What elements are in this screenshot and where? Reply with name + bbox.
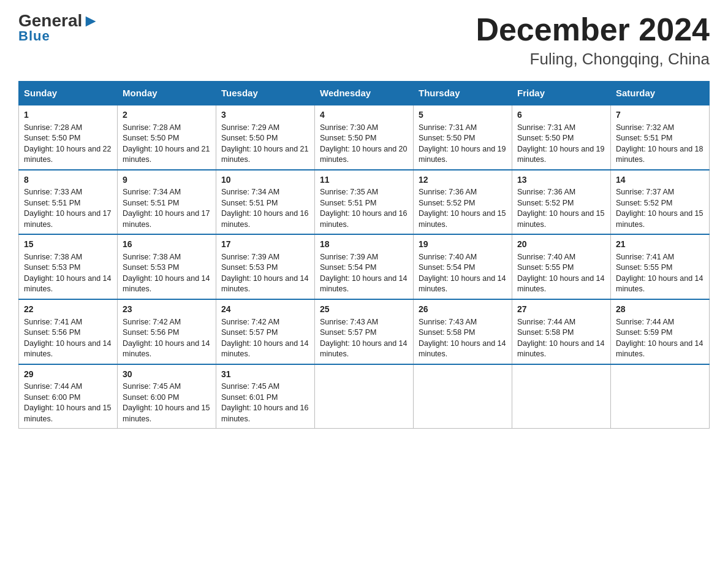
day-number: 8 xyxy=(24,174,112,186)
calendar-week-row: 29Sunrise: 7:44 AMSunset: 6:00 PMDayligh… xyxy=(19,364,710,429)
calendar-cell: 13Sunrise: 7:36 AMSunset: 5:52 PMDayligh… xyxy=(512,170,611,235)
day-info: Sunrise: 7:44 AMSunset: 5:59 PMDaylight:… xyxy=(616,317,704,360)
day-number: 7 xyxy=(616,109,704,121)
calendar-cell: 27Sunrise: 7:44 AMSunset: 5:58 PMDayligh… xyxy=(512,299,611,364)
calendar-cell: 31Sunrise: 7:45 AMSunset: 6:01 PMDayligh… xyxy=(216,364,315,429)
day-info: Sunrise: 7:36 AMSunset: 5:52 PMDaylight:… xyxy=(419,187,507,230)
header-tuesday: Tuesday xyxy=(216,82,315,105)
day-number: 11 xyxy=(320,174,408,186)
day-number: 5 xyxy=(419,109,507,121)
calendar-cell: 20Sunrise: 7:40 AMSunset: 5:55 PMDayligh… xyxy=(512,234,611,299)
day-info: Sunrise: 7:43 AMSunset: 5:58 PMDaylight:… xyxy=(419,317,507,360)
day-number: 10 xyxy=(221,174,309,186)
calendar-cell: 5Sunrise: 7:31 AMSunset: 5:50 PMDaylight… xyxy=(414,105,512,170)
calendar-cell xyxy=(414,364,512,429)
day-info: Sunrise: 7:29 AMSunset: 5:50 PMDaylight:… xyxy=(221,123,309,166)
day-number: 3 xyxy=(221,109,309,121)
calendar-cell: 3Sunrise: 7:29 AMSunset: 5:50 PMDaylight… xyxy=(216,105,315,170)
calendar-cell: 28Sunrise: 7:44 AMSunset: 5:59 PMDayligh… xyxy=(611,299,710,364)
calendar-cell: 26Sunrise: 7:43 AMSunset: 5:58 PMDayligh… xyxy=(414,299,512,364)
day-number: 30 xyxy=(123,369,211,381)
calendar-cell: 25Sunrise: 7:43 AMSunset: 5:57 PMDayligh… xyxy=(315,299,414,364)
day-info: Sunrise: 7:39 AMSunset: 5:54 PMDaylight:… xyxy=(320,252,408,295)
day-info: Sunrise: 7:41 AMSunset: 5:56 PMDaylight:… xyxy=(24,317,112,360)
calendar-cell: 23Sunrise: 7:42 AMSunset: 5:56 PMDayligh… xyxy=(118,299,216,364)
logo-triangle-icon: ► xyxy=(82,11,99,30)
day-info: Sunrise: 7:41 AMSunset: 5:55 PMDaylight:… xyxy=(616,252,704,295)
logo-blue-text: Blue xyxy=(18,28,50,44)
calendar-cell xyxy=(512,364,611,429)
calendar-cell: 7Sunrise: 7:32 AMSunset: 5:51 PMDaylight… xyxy=(611,105,710,170)
day-number: 6 xyxy=(517,109,605,121)
calendar-cell: 14Sunrise: 7:37 AMSunset: 5:52 PMDayligh… xyxy=(611,170,710,235)
header-saturday: Saturday xyxy=(611,82,710,105)
day-info: Sunrise: 7:30 AMSunset: 5:50 PMDaylight:… xyxy=(320,123,408,166)
day-info: Sunrise: 7:31 AMSunset: 5:50 PMDaylight:… xyxy=(419,123,507,166)
day-number: 16 xyxy=(123,239,211,251)
day-info: Sunrise: 7:45 AMSunset: 6:00 PMDaylight:… xyxy=(123,381,211,424)
day-info: Sunrise: 7:36 AMSunset: 5:52 PMDaylight:… xyxy=(517,187,605,230)
location-title: Fuling, Chongqing, China xyxy=(476,50,710,69)
calendar-cell: 19Sunrise: 7:40 AMSunset: 5:54 PMDayligh… xyxy=(414,234,512,299)
day-info: Sunrise: 7:44 AMSunset: 6:00 PMDaylight:… xyxy=(24,381,112,424)
calendar-cell: 1Sunrise: 7:28 AMSunset: 5:50 PMDaylight… xyxy=(19,105,118,170)
day-number: 19 xyxy=(419,239,507,251)
day-info: Sunrise: 7:40 AMSunset: 5:54 PMDaylight:… xyxy=(419,252,507,295)
day-number: 15 xyxy=(24,239,112,251)
day-info: Sunrise: 7:42 AMSunset: 5:56 PMDaylight:… xyxy=(123,317,211,360)
day-info: Sunrise: 7:35 AMSunset: 5:51 PMDaylight:… xyxy=(320,187,408,230)
day-info: Sunrise: 7:28 AMSunset: 5:50 PMDaylight:… xyxy=(24,123,112,166)
calendar-cell: 12Sunrise: 7:36 AMSunset: 5:52 PMDayligh… xyxy=(414,170,512,235)
calendar-week-row: 22Sunrise: 7:41 AMSunset: 5:56 PMDayligh… xyxy=(19,299,710,364)
day-info: Sunrise: 7:34 AMSunset: 5:51 PMDaylight:… xyxy=(221,187,309,230)
calendar-cell: 6Sunrise: 7:31 AMSunset: 5:50 PMDaylight… xyxy=(512,105,611,170)
day-info: Sunrise: 7:38 AMSunset: 5:53 PMDaylight:… xyxy=(123,252,211,295)
day-number: 2 xyxy=(123,109,211,121)
day-info: Sunrise: 7:45 AMSunset: 6:01 PMDaylight:… xyxy=(221,381,309,424)
day-info: Sunrise: 7:39 AMSunset: 5:53 PMDaylight:… xyxy=(221,252,309,295)
day-info: Sunrise: 7:38 AMSunset: 5:53 PMDaylight:… xyxy=(24,252,112,295)
calendar-cell: 30Sunrise: 7:45 AMSunset: 6:00 PMDayligh… xyxy=(118,364,216,429)
header-wednesday: Wednesday xyxy=(315,82,414,105)
title-block: December 2024 Fuling, Chongqing, China xyxy=(476,12,710,69)
day-info: Sunrise: 7:44 AMSunset: 5:58 PMDaylight:… xyxy=(517,317,605,360)
calendar-cell: 8Sunrise: 7:33 AMSunset: 5:51 PMDaylight… xyxy=(19,170,118,235)
day-info: Sunrise: 7:42 AMSunset: 5:57 PMDaylight:… xyxy=(221,317,309,360)
day-number: 12 xyxy=(419,174,507,186)
calendar-cell: 22Sunrise: 7:41 AMSunset: 5:56 PMDayligh… xyxy=(19,299,118,364)
header-monday: Monday xyxy=(118,82,216,105)
day-info: Sunrise: 7:34 AMSunset: 5:51 PMDaylight:… xyxy=(123,187,211,230)
day-number: 27 xyxy=(517,304,605,316)
calendar-week-row: 1Sunrise: 7:28 AMSunset: 5:50 PMDaylight… xyxy=(19,105,710,170)
day-number: 1 xyxy=(24,109,112,121)
day-info: Sunrise: 7:40 AMSunset: 5:55 PMDaylight:… xyxy=(517,252,605,295)
day-info: Sunrise: 7:37 AMSunset: 5:52 PMDaylight:… xyxy=(616,187,704,230)
calendar-cell: 18Sunrise: 7:39 AMSunset: 5:54 PMDayligh… xyxy=(315,234,414,299)
calendar-cell: 16Sunrise: 7:38 AMSunset: 5:53 PMDayligh… xyxy=(118,234,216,299)
day-number: 31 xyxy=(221,369,309,381)
day-number: 28 xyxy=(616,304,704,316)
calendar-cell: 24Sunrise: 7:42 AMSunset: 5:57 PMDayligh… xyxy=(216,299,315,364)
logo: General► Blue xyxy=(18,12,99,44)
calendar-cell: 17Sunrise: 7:39 AMSunset: 5:53 PMDayligh… xyxy=(216,234,315,299)
day-info: Sunrise: 7:33 AMSunset: 5:51 PMDaylight:… xyxy=(24,187,112,230)
calendar-week-row: 8Sunrise: 7:33 AMSunset: 5:51 PMDaylight… xyxy=(19,170,710,235)
day-number: 22 xyxy=(24,304,112,316)
calendar-cell: 15Sunrise: 7:38 AMSunset: 5:53 PMDayligh… xyxy=(19,234,118,299)
day-info: Sunrise: 7:32 AMSunset: 5:51 PMDaylight:… xyxy=(616,123,704,166)
day-number: 4 xyxy=(320,109,408,121)
day-number: 29 xyxy=(24,369,112,381)
day-number: 26 xyxy=(419,304,507,316)
calendar-header-row: SundayMondayTuesdayWednesdayThursdayFrid… xyxy=(19,82,710,105)
calendar-cell: 10Sunrise: 7:34 AMSunset: 5:51 PMDayligh… xyxy=(216,170,315,235)
day-number: 9 xyxy=(123,174,211,186)
calendar-cell: 29Sunrise: 7:44 AMSunset: 6:00 PMDayligh… xyxy=(19,364,118,429)
header-sunday: Sunday xyxy=(19,82,118,105)
calendar-table: SundayMondayTuesdayWednesdayThursdayFrid… xyxy=(18,81,710,429)
calendar-cell: 21Sunrise: 7:41 AMSunset: 5:55 PMDayligh… xyxy=(611,234,710,299)
month-title: December 2024 xyxy=(476,12,710,47)
day-number: 21 xyxy=(616,239,704,251)
header-thursday: Thursday xyxy=(414,82,512,105)
day-info: Sunrise: 7:31 AMSunset: 5:50 PMDaylight:… xyxy=(517,123,605,166)
day-number: 24 xyxy=(221,304,309,316)
